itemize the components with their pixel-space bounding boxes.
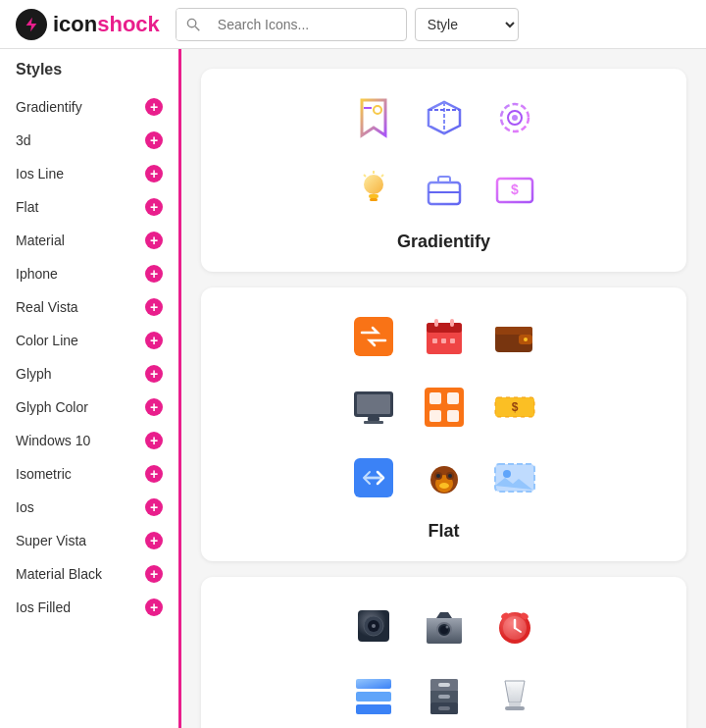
add-3d-icon[interactable]: + [145,131,163,149]
svg-rect-11 [369,194,378,198]
icon-monitor[interactable] [344,378,403,437]
svg-rect-12 [370,198,378,201]
card-flat: $ [201,287,686,561]
add-iphone-icon[interactable]: + [145,265,163,283]
add-isometric-icon[interactable]: + [145,465,163,483]
search-input[interactable] [210,17,406,32]
svg-rect-24 [450,319,454,327]
icon-wallet[interactable] [485,307,544,366]
sidebar-title: Styles [0,61,178,90]
svg-point-53 [503,470,511,478]
icon-box[interactable] [415,88,474,147]
icon-exchange[interactable] [344,307,403,366]
sidebar-item-ios[interactable]: Ios + [0,491,178,524]
logo-text-shock: shock [97,12,160,37]
add-glyph-icon[interactable]: + [145,365,163,383]
icon-layers[interactable] [344,667,403,726]
flat-label: Flat [221,521,667,542]
svg-rect-20 [354,317,393,356]
svg-rect-78 [505,706,525,710]
svg-point-57 [372,624,376,628]
svg-rect-26 [441,338,446,343]
add-material-icon[interactable]: + [145,232,163,249]
real-vista-icons [221,597,667,726]
sidebar-item-flat[interactable]: Flat + [0,190,178,224]
search-bar [176,8,407,41]
icon-camera[interactable] [415,597,474,655]
svg-rect-33 [357,394,390,414]
add-ios-line-icon[interactable]: + [145,165,163,182]
svg-line-14 [381,175,383,177]
sidebar-item-color-line[interactable]: Color Line + [0,324,178,357]
add-material-black-icon[interactable]: + [145,565,163,583]
style-select[interactable]: Style Gradientify 3d Ios Line Flat Mater… [415,8,519,41]
gradientify-icons: $ [221,88,667,218]
add-windows-10-icon[interactable]: + [145,432,163,449]
icon-bookmark[interactable] [344,88,403,147]
sidebar-item-3d[interactable]: 3d + [0,124,178,157]
svg-point-48 [436,474,440,478]
icon-speaker[interactable] [344,597,403,655]
icon-coupon[interactable]: $ [485,378,544,437]
svg-rect-27 [450,338,455,343]
add-flat-icon[interactable]: + [145,198,163,216]
icon-bulb[interactable] [344,159,403,218]
sidebar-item-windows-10[interactable]: Windows 10 + [0,424,178,457]
add-gradientify-icon[interactable]: + [145,98,163,116]
add-glyph-color-icon[interactable]: + [145,398,163,416]
icon-glass[interactable] [485,667,544,726]
card-real-vista [201,577,686,728]
icon-briefcase[interactable] [415,159,474,218]
svg-rect-77 [509,702,521,706]
svg-rect-67 [356,679,391,689]
search-button[interactable] [176,8,210,41]
svg-rect-75 [438,695,450,699]
icon-image-flat[interactable] [485,448,544,507]
card-gradientify: $ Gradientify [201,69,686,272]
svg-rect-35 [364,421,383,424]
svg-rect-29 [495,327,532,335]
svg-rect-22 [427,323,462,333]
sidebar-item-isometric[interactable]: Isometric + [0,457,178,491]
sidebar-item-ios-line[interactable]: Ios Line + [0,157,178,190]
sidebar-item-glyph-color[interactable]: Glyph Color + [0,390,178,424]
flat-icons: $ [221,307,667,507]
sidebar-item-super-vista[interactable]: Super Vista + [0,524,178,557]
svg-rect-39 [429,410,441,422]
sidebar-item-ios-filled[interactable]: Ios Filled + [0,591,178,624]
sidebar: Styles Gradientify + 3d + Ios Line + Fla… [0,49,181,728]
layout: Styles Gradientify + 3d + Ios Line + Fla… [0,49,706,728]
add-color-line-icon[interactable]: + [145,332,163,349]
sidebar-item-iphone[interactable]: Iphone + [0,257,178,290]
svg-rect-68 [356,692,391,702]
svg-rect-40 [447,410,459,422]
icon-money[interactable]: $ [485,159,544,218]
logo-text-icon: icon [53,12,97,37]
svg-marker-0 [26,17,37,30]
svg-rect-25 [432,338,437,343]
add-super-vista-icon[interactable]: + [145,532,163,549]
add-ios-icon[interactable]: + [145,498,163,516]
icon-arrows[interactable] [344,448,403,507]
svg-rect-38 [447,392,459,404]
sidebar-item-real-vista[interactable]: Real Vista + [0,290,178,324]
svg-line-2 [195,26,199,30]
icon-brain[interactable] [485,88,544,147]
svg-rect-76 [438,706,450,710]
icon-grid[interactable] [415,378,474,437]
svg-point-3 [374,106,381,114]
add-ios-filled-icon[interactable]: + [145,598,163,616]
svg-point-1 [187,19,195,26]
icon-calendar[interactable] [415,307,474,366]
svg-point-50 [439,483,449,489]
icon-file-cabinet[interactable] [415,667,474,726]
sidebar-item-gradientify[interactable]: Gradientify + [0,90,178,124]
svg-text:$: $ [511,400,518,414]
sidebar-item-material[interactable]: Material + [0,224,178,257]
add-real-vista-icon[interactable]: + [145,298,163,316]
icon-monkey[interactable] [415,448,474,507]
icon-alarm[interactable] [485,597,544,655]
sidebar-item-material-black[interactable]: Material Black + [0,557,178,591]
sidebar-item-glyph[interactable]: Glyph + [0,357,178,390]
svg-rect-34 [368,417,379,421]
